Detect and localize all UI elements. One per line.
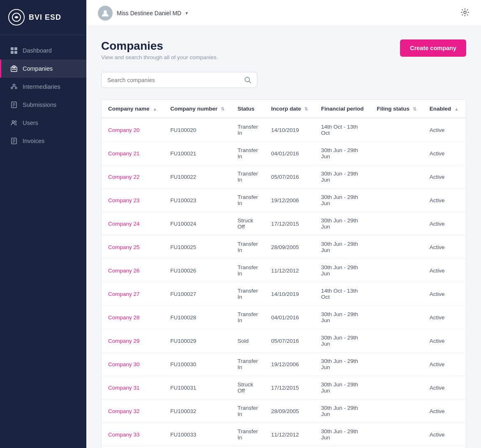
chevron-down-icon: ▾ [185, 10, 188, 16]
sidebar-item-label-dashboard: Dashboard [23, 47, 52, 54]
company-edit-cell [465, 306, 466, 329]
company-status-cell: Transfer In [231, 165, 265, 189]
col-name[interactable]: Company name ▲ [102, 100, 164, 118]
svg-rect-1 [11, 47, 14, 50]
company-number-cell: FU100028 [164, 306, 231, 329]
svg-point-9 [13, 84, 15, 86]
company-name-cell: Company 32 [102, 400, 164, 423]
col-number[interactable]: Company number ⇅ [164, 100, 231, 118]
company-incorp-date-cell: 11/12/2012 [264, 259, 314, 282]
company-name-cell: Company 25 [102, 236, 164, 259]
logo-icon [8, 9, 25, 25]
company-enabled-cell: Active [423, 212, 465, 236]
company-name-cell: Company 34 [102, 446, 164, 448]
create-company-button[interactable]: Create company [400, 39, 466, 57]
company-status-cell: Sold [231, 329, 265, 353]
company-name-cell: Company 27 [102, 282, 164, 306]
dashboard-icon [10, 47, 18, 54]
companies-icon [10, 65, 18, 72]
company-incorp-date-cell: 05/07/2016 [264, 329, 314, 353]
table-row: Company 22 FU100022 Transfer In 05/07/20… [102, 165, 466, 189]
topbar: Miss Destinee Daniel MD ▾ [86, 0, 481, 26]
sidebar-item-label-submissions: Submissions [23, 102, 56, 108]
company-status-cell: Struck Off [231, 212, 265, 236]
company-name-link[interactable]: Company 28 [108, 314, 140, 321]
company-name-link[interactable]: Company 29 [108, 338, 140, 344]
col-incorp-date[interactable]: Incorp date ⇅ [264, 100, 314, 118]
company-name-link[interactable]: Company 25 [108, 244, 140, 250]
company-edit-cell [465, 353, 466, 376]
sort-icon-name: ▲ [153, 106, 157, 111]
company-number-cell: FU100027 [164, 282, 231, 306]
company-enabled-cell: Active [423, 306, 465, 329]
company-name-link[interactable]: Company 32 [108, 408, 140, 414]
company-name-link[interactable]: Company 24 [108, 221, 140, 227]
sidebar-item-intermediaries[interactable]: Intermediaries [0, 78, 86, 96]
company-edit-cell [465, 165, 466, 189]
company-incorp-date-cell: 11/12/2012 [264, 423, 314, 446]
company-incorp-date-cell: 14/10/2019 [264, 118, 314, 142]
company-incorp-date-cell: 17/12/2015 [264, 376, 314, 400]
company-status-cell: Transfer In [231, 423, 265, 446]
company-status-cell: Transfer In [231, 306, 265, 329]
company-name-link[interactable]: Company 31 [108, 385, 140, 391]
user-name: Miss Destinee Daniel MD [117, 10, 181, 16]
sidebar-item-companies[interactable]: Companies [0, 60, 86, 78]
table-row: Company 20 FU100020 Transfer In 14/10/20… [102, 118, 466, 142]
company-filing-status-cell [370, 165, 423, 189]
sidebar-item-invoices[interactable]: Invoices [0, 132, 86, 150]
company-filing-status-cell [370, 329, 423, 353]
company-filing-status-cell [370, 189, 423, 212]
sidebar-item-users[interactable]: Users [0, 114, 86, 132]
company-name-link[interactable]: Company 27 [108, 291, 140, 297]
col-filing-status[interactable]: Filing status ⇅ [370, 100, 423, 118]
company-filing-status-cell [370, 353, 423, 376]
company-incorp-date-cell: 17/12/2015 [264, 212, 314, 236]
company-number-cell: FU100020 [164, 118, 231, 142]
avatar [98, 6, 113, 21]
sidebar-item-label-companies: Companies [23, 65, 53, 72]
company-edit-cell [465, 142, 466, 165]
svg-point-24 [104, 10, 107, 14]
user-menu[interactable]: Miss Destinee Daniel MD ▾ [98, 6, 188, 21]
company-status-cell: Transfer In [231, 282, 265, 306]
company-financial-period-cell: 14th Oct - 13th Oct [314, 446, 370, 448]
company-enabled-cell: Active [423, 423, 465, 446]
company-name-link[interactable]: Company 33 [108, 432, 140, 438]
table-row: Company 21 FU100021 Transfer In 04/01/20… [102, 142, 466, 165]
sidebar-item-dashboard[interactable]: Dashboard [0, 42, 86, 60]
company-incorp-date-cell: 04/01/2016 [264, 142, 314, 165]
sort-icon-filing: ⇅ [413, 106, 416, 112]
company-enabled-cell: Active [423, 376, 465, 400]
col-enabled[interactable]: Enabled ▲ [423, 100, 465, 118]
search-input[interactable] [107, 77, 241, 83]
page-content: Companies View and search through all of… [86, 26, 481, 448]
company-enabled-cell: Active [423, 165, 465, 189]
company-name-link[interactable]: Company 30 [108, 361, 140, 367]
search-button[interactable] [244, 76, 251, 83]
settings-button[interactable] [460, 8, 469, 18]
company-enabled-cell: Active [423, 282, 465, 306]
company-enabled-cell: Active [423, 400, 465, 423]
page-title: Companies [101, 39, 218, 53]
company-name-link[interactable]: Company 21 [108, 150, 140, 157]
col-financial-period: Financial period [314, 100, 370, 118]
company-financial-period-cell: 30th Jun - 29th Jun [314, 329, 370, 353]
company-edit-cell [465, 446, 466, 448]
company-financial-period-cell: 30th Jun - 29th Jun [314, 400, 370, 423]
company-name-cell: Company 24 [102, 212, 164, 236]
company-edit-cell [465, 212, 466, 236]
company-name-link[interactable]: Company 22 [108, 174, 140, 180]
company-financial-period-cell: 30th Jun - 29th Jun [314, 212, 370, 236]
col-status: Status [231, 100, 265, 118]
company-status-cell: Transfer In [231, 353, 265, 376]
company-number-cell: FU100030 [164, 353, 231, 376]
company-incorp-date-cell: 28/09/2005 [264, 236, 314, 259]
company-name-link[interactable]: Company 23 [108, 197, 140, 203]
company-filing-status-cell [370, 446, 423, 448]
sidebar-item-submissions[interactable]: Submissions [0, 96, 86, 114]
company-name-link[interactable]: Company 20 [108, 127, 140, 133]
company-financial-period-cell: 30th Jun - 29th Jun [314, 189, 370, 212]
company-edit-cell [465, 259, 466, 282]
company-name-link[interactable]: Company 26 [108, 268, 140, 274]
